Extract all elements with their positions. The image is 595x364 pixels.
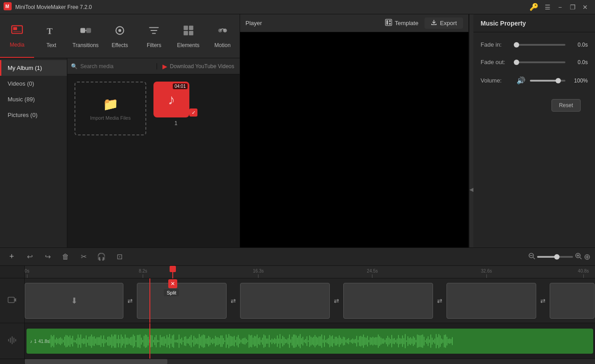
waveform-bar — [368, 340, 369, 343]
transition-4[interactable]: ⇄ — [433, 283, 446, 319]
waveform-bar — [59, 338, 60, 344]
restore-button[interactable]: ❐ — [566, 1, 579, 13]
scrollbar-thumb[interactable] — [25, 359, 167, 364]
volume-prop-slider[interactable] — [530, 80, 565, 82]
zoom-thumb[interactable] — [554, 254, 560, 260]
audio-detach-button[interactable]: 🎧 — [94, 250, 109, 264]
close-button[interactable]: ✕ — [579, 1, 591, 13]
template-button[interactable]: Template — [381, 17, 423, 29]
template-label: Template — [395, 20, 419, 26]
collapse-icon: ◀ — [469, 186, 474, 193]
waveform-bar — [184, 337, 185, 346]
waveform-bar — [337, 338, 338, 345]
video-clip-6[interactable] — [550, 283, 595, 319]
delete-button[interactable]: 🗑 — [58, 250, 73, 264]
yt-download-button[interactable]: ▶ Download YouTube Videos — [157, 63, 240, 70]
waveform-bar — [333, 339, 334, 343]
add-track-button[interactable]: + — [4, 250, 19, 264]
waveform-bar — [188, 338, 189, 344]
waveform-bar — [286, 339, 287, 343]
sidebar-item-videos[interactable]: Videos (0) — [0, 76, 67, 91]
export-button[interactable]: Export — [424, 17, 463, 29]
undo-button[interactable]: ↩ — [22, 250, 37, 264]
waveform-bar — [162, 337, 163, 346]
video-clip-3[interactable] — [240, 283, 330, 319]
waveform-bar — [430, 334, 431, 348]
waveform-bar — [123, 338, 124, 344]
fade-in-thumb[interactable] — [514, 42, 519, 48]
waveform-bar — [302, 337, 303, 346]
svg-rect-6 — [80, 28, 85, 33]
waveform-bar — [316, 337, 317, 346]
waveform-bar — [442, 339, 443, 343]
waveform-bar — [130, 337, 131, 345]
toolbar-motion[interactable]: Motion — [206, 14, 240, 58]
zoom-add-button[interactable]: ⊕ — [584, 252, 591, 262]
fade-in-row: Fade in: 0.0s — [481, 41, 588, 48]
zoom-slider[interactable] — [537, 256, 573, 258]
toolbar-text[interactable]: T Text — [34, 14, 68, 58]
waveform-bar — [403, 338, 404, 344]
split-button[interactable]: ✕ — [168, 279, 177, 288]
media-duration: 04:01 — [173, 83, 188, 89]
zoom-in-icon[interactable] — [575, 252, 582, 261]
sidebar-item-pictures-label: Pictures (0) — [8, 112, 37, 118]
waveform-bar — [250, 335, 251, 347]
video-clip-5[interactable] — [446, 283, 536, 319]
waveform-bar — [348, 338, 349, 344]
audio-waveform — [49, 332, 590, 350]
scrollbar[interactable] — [25, 359, 595, 364]
volume-prop-thumb[interactable] — [556, 78, 561, 83]
fade-out-slider[interactable] — [516, 61, 565, 63]
waveform-bar — [413, 336, 414, 347]
timeline-track-icons — [0, 266, 25, 364]
waveform-bar — [389, 338, 389, 345]
waveform-bar — [55, 339, 56, 343]
fade-out-thumb[interactable] — [514, 60, 519, 65]
fade-in-slider[interactable] — [516, 44, 565, 46]
toolbar-transitions[interactable]: Transitions — [69, 14, 103, 58]
audio-clip[interactable]: ♪ 1 41.8s — [26, 329, 593, 354]
waveform-bar — [422, 334, 423, 348]
waveform-bar — [183, 340, 184, 342]
timeline-ruler[interactable]: 0s 8.2s 16.3s 24.5s 32.6s — [25, 266, 595, 278]
svg-rect-10 — [184, 26, 188, 30]
toolbar-filters[interactable]: Filters — [137, 14, 171, 58]
transition-3[interactable]: ⇄ — [330, 283, 343, 319]
search-input[interactable] — [80, 63, 153, 69]
toolbar-elements[interactable]: Elements — [171, 14, 205, 58]
sidebar-item-pictures[interactable]: Pictures (0) — [0, 107, 67, 123]
timeline-content: 0s 8.2s 16.3s 24.5s 32.6s — [0, 266, 595, 364]
transition-5[interactable]: ⇄ — [536, 283, 550, 319]
search-box: 🔍 — [67, 63, 157, 69]
playhead-handle[interactable] — [170, 266, 176, 272]
crop-button[interactable]: ⊡ — [112, 250, 127, 264]
waveform-bar — [92, 337, 93, 346]
toolbar-media[interactable]: Media — [0, 14, 34, 58]
waveform-bar — [131, 337, 132, 346]
media-item-1[interactable]: ♪ 04:01 ✓ 1 — [153, 82, 198, 126]
cut-button[interactable]: ✂ — [76, 250, 91, 264]
video-clip-2[interactable] — [137, 283, 227, 319]
waveform-bar — [421, 335, 422, 347]
menu-button[interactable]: ☰ — [541, 1, 554, 13]
zoom-out-icon[interactable] — [528, 252, 535, 261]
sidebar-item-music[interactable]: Music (89) — [0, 91, 67, 107]
waveform-bar — [437, 337, 438, 346]
video-clip-1[interactable]: ⬇ — [25, 283, 123, 319]
waveform-bar — [157, 340, 158, 342]
transition-2[interactable]: ⇄ — [227, 283, 240, 319]
minimize-button[interactable]: − — [554, 1, 566, 13]
redo-button[interactable]: ↪ — [40, 250, 55, 264]
video-clip-4[interactable] — [343, 283, 433, 319]
waveform-bar — [351, 339, 352, 343]
sidebar-item-my-album[interactable]: My Album (1) — [0, 60, 67, 76]
sidebar-item-videos-label: Videos (0) — [8, 80, 34, 87]
waveform-bar — [74, 340, 74, 343]
import-media-button[interactable]: 📁 Import Media Files — [74, 82, 146, 135]
transition-1[interactable]: ⇄ — [123, 283, 137, 319]
toolbar-effects[interactable]: Effects — [103, 14, 137, 58]
music-note-icon: ♪ — [168, 91, 175, 108]
reset-button[interactable]: Reset — [551, 99, 581, 112]
waveform-bar — [246, 339, 247, 343]
